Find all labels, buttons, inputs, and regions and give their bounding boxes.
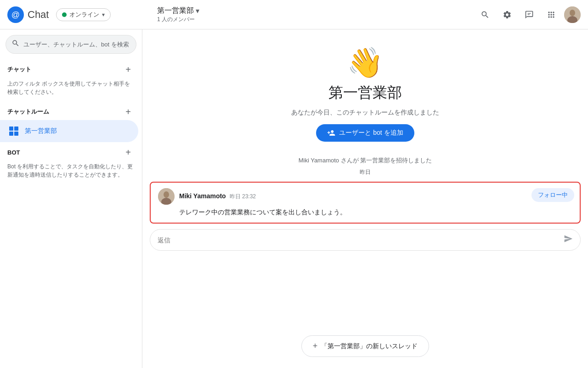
add-bot-button[interactable]: + [122,146,135,159]
app-title: Chat [28,9,49,21]
user-avatar[interactable] [564,6,581,23]
room-chevron-icon: ▾ [196,6,199,15]
add-users-label: ユーザーと bot を追加 [339,129,403,137]
bot-hint: Bot を利用することで、タスクを自動化したり、更新通知を適時送信したりすること… [0,161,142,184]
apps-button[interactable] [542,6,560,24]
status-label: オンライン [69,11,99,19]
feedback-button[interactable] [520,6,538,24]
bot-section-title: BOT [7,149,20,156]
svg-rect-3 [528,14,530,15]
top-bar: @ Chat オンライン ▾ 第一営業部 ▾ 1 人のメンバー [0,0,588,29]
rooms-section-title: チャットルーム [7,108,49,116]
search-placeholder: ユーザー、チャットルーム、bot を検索 [23,40,129,49]
follow-button[interactable]: フォロー中 [531,188,574,202]
status-badge[interactable]: オンライン ▾ [56,8,111,21]
reply-input[interactable] [158,236,560,244]
author-row: Miki Yamamoto 昨日 23:32 [179,192,256,201]
room-welcome-title: 第一営業部 [328,83,402,103]
chat-section-header: チャット + [0,59,142,78]
message-header: Miki Yamamoto 昨日 23:32 [158,188,572,205]
message-thread: Miki Yamamoto 昨日 23:32 テレワーク中の営業業務について案を… [150,182,581,224]
content-area: 👋 第一営業部 あなたが今日、このチャットルームを作成しました ユーザーと bo… [142,29,588,368]
new-thread-label: 「第一営業部」の新しいスレッド [321,342,418,351]
date-divider: 昨日 [150,168,581,176]
svg-rect-8 [14,126,18,131]
room-header: 第一営業部 ▾ 1 人のメンバー [150,6,476,23]
bot-section-header: BOT + [0,142,142,161]
wave-emoji: 👋 [347,48,384,77]
room-name: 第一営業部 [25,127,57,135]
room-members: 1 人のメンバー [157,16,199,23]
settings-button[interactable] [498,6,516,24]
invitation-notice: Miki Yamamoto さんが 第一営業部を招待しました [150,156,581,165]
add-chat-button[interactable]: + [122,63,135,76]
messages-area: Miki Yamamoto さんが 第一営業部を招待しました 昨日 Miki [142,153,588,330]
gear-icon [503,10,512,19]
search-icon [11,39,20,50]
new-thread-area: + 「第一営業部」の新しいスレッド [142,330,588,368]
main-layout: ユーザー、チャットルーム、bot を検索 チャット + 上のフィルタ ボックスを… [0,29,588,368]
feedback-icon [525,10,534,19]
message-meta: Miki Yamamoto 昨日 23:32 [179,192,256,201]
svg-rect-7 [9,126,13,131]
avatar-image [564,6,581,23]
room-icon [7,125,20,138]
plus-icon: + [313,341,318,351]
search-box[interactable]: ユーザー、チャットルーム、bot を検索 [6,35,136,54]
welcome-area: 👋 第一営業部 あなたが今日、このチャットルームを作成しました ユーザーと bo… [142,29,588,153]
room-title-area: 第一営業部 ▾ 1 人のメンバー [157,6,199,23]
svg-point-5 [570,10,575,16]
reply-area[interactable] [150,229,581,251]
svg-rect-2 [528,13,531,13]
message-avatar [158,188,175,205]
status-chevron-icon: ▾ [102,12,105,18]
add-room-button[interactable]: + [122,105,135,118]
room-item-daiichi[interactable]: 第一営業部 [0,120,138,142]
add-users-button[interactable]: ユーザーと bot を追加 [316,124,414,142]
sidebar: ユーザー、チャットルーム、bot を検索 チャット + 上のフィルタ ボックスを… [0,29,142,368]
svg-rect-10 [14,132,18,136]
message-time: 昨日 23:32 [230,193,256,201]
svg-text:@: @ [11,10,20,19]
svg-rect-9 [9,132,13,136]
top-bar-actions [476,6,581,24]
message-author: Miki Yamamoto [179,192,226,200]
logo-area: @ Chat オンライン ▾ [7,6,150,23]
send-button[interactable] [564,234,573,246]
room-created-text: あなたが今日、このチャットルームを作成しました [291,109,439,117]
apps-grid-icon [547,10,556,19]
rooms-section-header: チャットルーム + [0,102,142,120]
chat-section-title: チャット [7,65,31,74]
search-icon [481,10,490,19]
add-person-icon [327,129,335,137]
chat-logo-icon: @ [7,6,24,23]
message-body: テレワーク中の営業業務について案を出し合いましょう。 [179,207,572,217]
chat-hint: 上のフィルタ ボックスを使用してチャット相手を検索してください。 [0,78,142,102]
svg-point-12 [164,191,169,198]
room-title[interactable]: 第一営業部 ▾ [157,6,199,16]
search-button[interactable] [476,6,494,24]
status-dot [62,12,67,17]
new-thread-button[interactable]: + 「第一営業部」の新しいスレッド [301,335,430,357]
